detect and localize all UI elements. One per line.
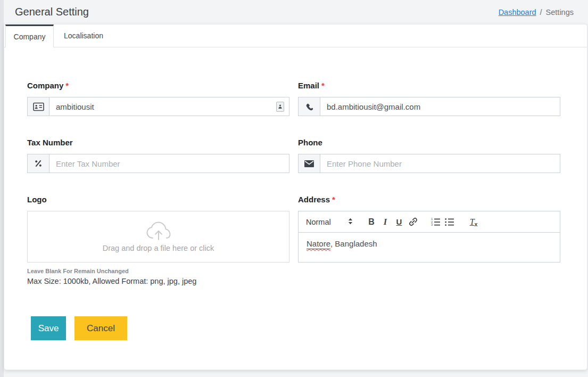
logo-hint-unchanged: Leave Blank For Remain Unchanged	[27, 268, 289, 274]
link-button[interactable]	[406, 215, 420, 229]
email-input-group	[298, 97, 560, 116]
autofill-extension-icon[interactable]	[276, 102, 284, 112]
svg-text:3: 3	[431, 223, 433, 226]
phone-label: Phone	[298, 138, 560, 147]
page-header: General Setting Dashboard / Settings	[4, 0, 588, 24]
company-input[interactable]	[49, 97, 276, 116]
envelope-icon	[299, 154, 320, 173]
breadcrumb-current: Settings	[546, 8, 574, 17]
breadcrumb-dashboard-link[interactable]: Dashboard	[499, 8, 536, 17]
underline-button[interactable]: U	[392, 215, 406, 229]
italic-button[interactable]: I	[378, 215, 392, 229]
page-title: General Setting	[15, 6, 89, 18]
form-actions: Save Cancel	[31, 316, 560, 340]
field-phone: Phone	[298, 138, 560, 173]
address-editor-content[interactable]: Natore, Bangladesh	[299, 233, 560, 262]
field-tax-number: Tax Number	[27, 138, 289, 173]
address-label: Address*	[298, 195, 560, 204]
save-button[interactable]: Save	[31, 316, 66, 340]
chevron-up-down-icon	[348, 218, 353, 226]
email-input[interactable]	[320, 97, 560, 116]
company-label: Company*	[27, 81, 289, 90]
format-select[interactable]: Normal	[306, 218, 353, 226]
company-input-group	[27, 97, 289, 116]
tab-company-label: Company	[14, 32, 46, 41]
logo-dropzone[interactable]: Drag and drop a file here or click	[27, 211, 289, 263]
field-email: Email*	[298, 81, 560, 116]
address-rich-text-editor: Normal B I U	[298, 211, 560, 263]
required-asterisk: *	[65, 81, 69, 90]
cancel-button[interactable]: Cancel	[74, 316, 127, 340]
settings-card: Company Localisation Company*	[4, 24, 587, 370]
id-card-icon	[28, 97, 49, 116]
company-settings-form: Company*	[4, 47, 587, 340]
editor-toolbar: Normal B I U	[299, 211, 560, 233]
required-asterisk: *	[321, 81, 325, 90]
logo-hint-max-size: Max Size: 1000kb, Allowed Format: png, j…	[27, 277, 289, 285]
ordered-list-button[interactable]: 123	[428, 215, 442, 229]
tax-number-label: Tax Number	[27, 138, 289, 147]
email-label: Email*	[298, 81, 560, 90]
tab-localisation-label: Localisation	[64, 31, 103, 40]
address-rest: , Bangladesh	[330, 239, 377, 248]
required-asterisk: *	[332, 195, 335, 204]
tax-number-input[interactable]	[49, 154, 289, 173]
percent-icon	[28, 154, 49, 173]
breadcrumb: Dashboard / Settings	[499, 8, 574, 17]
tax-number-input-group	[27, 154, 289, 173]
logo-label: Logo	[27, 195, 289, 204]
clean-format-button[interactable]: Tx	[467, 215, 481, 229]
tab-bar: Company Localisation	[4, 24, 587, 47]
phone-icon	[299, 97, 320, 116]
phone-input[interactable]	[320, 154, 560, 173]
tab-company[interactable]: Company	[5, 24, 54, 47]
format-select-value: Normal	[306, 218, 348, 226]
field-address: Address* Normal	[298, 195, 560, 263]
breadcrumb-separator: /	[540, 8, 542, 17]
address-word-misspelled: Natore	[307, 239, 330, 248]
dropzone-text: Drag and drop a file here or click	[103, 244, 214, 252]
field-company: Company*	[27, 81, 289, 116]
bullet-list-button[interactable]	[442, 215, 456, 229]
tab-localisation[interactable]: Localisation	[54, 24, 113, 47]
page-left-edge	[0, 0, 4, 377]
bold-button[interactable]: B	[365, 215, 378, 229]
phone-input-group	[298, 154, 560, 173]
cloud-upload-icon	[145, 221, 172, 243]
field-logo: Logo Drag and drop a file here or click …	[27, 195, 289, 285]
